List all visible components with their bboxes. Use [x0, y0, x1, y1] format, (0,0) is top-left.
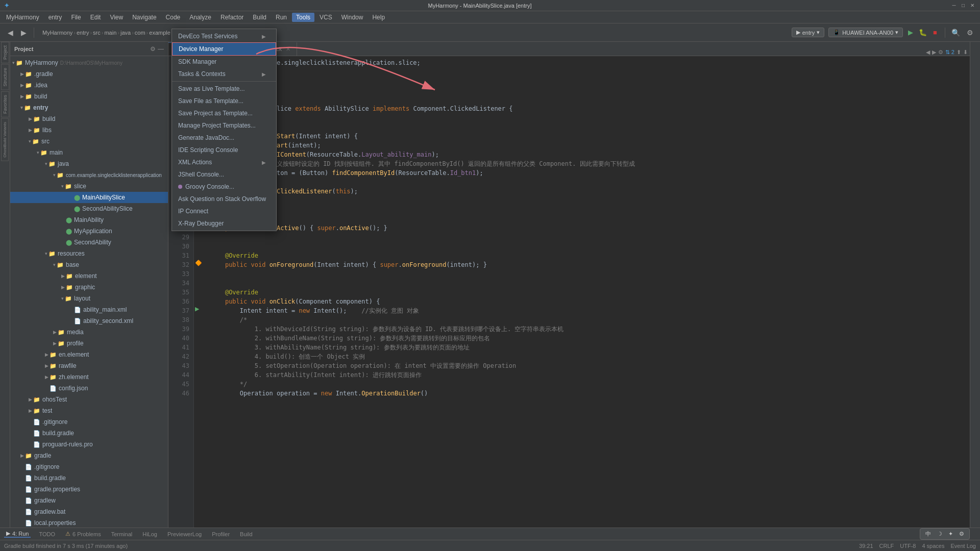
- bottom-tab-previewerlog[interactable]: PreviewerLog: [165, 531, 204, 537]
- tree-item[interactable]: ▶📁build: [10, 91, 168, 102]
- menu-file[interactable]: File: [67, 13, 85, 22]
- ime-moon-button[interactable]: ☽: [935, 530, 944, 538]
- menu-code[interactable]: Code: [162, 13, 185, 22]
- menu-navigate[interactable]: Navigate: [128, 13, 160, 22]
- stop-button[interactable]: ■: [929, 27, 941, 38]
- tree-item-main-ability-slice[interactable]: ▶⬤MainAbilitySlice: [10, 192, 168, 203]
- tree-item[interactable]: ▾📁layout: [10, 293, 168, 304]
- bottom-tab-terminal[interactable]: Terminal: [109, 531, 135, 537]
- hide-panel-button[interactable]: —: [158, 45, 164, 53]
- tree-item[interactable]: ▶📁test: [10, 405, 168, 416]
- search-everywhere-button[interactable]: 🔍: [949, 27, 962, 39]
- breadcrumb-item[interactable]: MyHarmony: [42, 30, 72, 36]
- device-config-dropdown[interactable]: 📱 HUAWEI ANA-AN00 ▾: [828, 28, 903, 37]
- settings-button[interactable]: ⚙: [964, 27, 976, 39]
- breadcrumb-item[interactable]: com: [135, 30, 145, 36]
- collapse-icon[interactable]: ⬇: [963, 49, 968, 56]
- code-editor[interactable]: 14 15 16 17 18 19 20 21 22 23 24 25 26 2…: [168, 56, 970, 528]
- ime-chinese-button[interactable]: 中: [923, 530, 933, 538]
- tree-item[interactable]: ▶📁media: [10, 327, 168, 338]
- menu-view[interactable]: View: [106, 13, 127, 22]
- tree-item[interactable]: ▶📁.gradle: [10, 68, 168, 80]
- bottom-tab-profiler[interactable]: Profiler: [210, 531, 232, 537]
- forward-button[interactable]: ▶: [17, 27, 30, 39]
- sidebar-item-project[interactable]: Project: [1, 42, 9, 63]
- tree-item[interactable]: ▾📁main: [10, 147, 168, 158]
- back-button[interactable]: ◀: [4, 27, 16, 39]
- event-log-button[interactable]: Event Log: [950, 543, 976, 549]
- breadcrumb-item[interactable]: entry: [77, 30, 89, 36]
- bottom-tab-todo[interactable]: TODO: [37, 531, 57, 537]
- breadcrumb-item[interactable]: singleclick...: [175, 30, 205, 36]
- tree-item[interactable]: ▶📄.gitignore: [10, 416, 168, 428]
- menu-analyze[interactable]: Analyze: [185, 13, 215, 22]
- bottom-tab-run[interactable]: ▶ 4: Run: [4, 530, 31, 538]
- menu-help[interactable]: Help: [368, 13, 389, 22]
- tree-item[interactable]: ▶📁rawfile: [10, 360, 168, 371]
- tree-item[interactable]: ▶📁element: [10, 270, 168, 282]
- tree-item-graphic[interactable]: ▶📁graphic: [10, 282, 168, 293]
- tree-item[interactable]: ▾📁src: [10, 136, 168, 147]
- tree-item[interactable]: ▶📄gradle.properties: [10, 484, 168, 495]
- encoding[interactable]: UTF-8: [900, 543, 916, 549]
- debug-button[interactable]: 🐛: [917, 27, 928, 38]
- cursor-position[interactable]: 39:21: [859, 543, 873, 549]
- tree-item[interactable]: ▾📁java: [10, 158, 168, 169]
- ime-settings-button[interactable]: ⚙: [957, 530, 966, 538]
- indent[interactable]: 4 spaces: [922, 543, 944, 549]
- tree-item[interactable]: ▶📁libs: [10, 124, 168, 136]
- breadcrumb-item[interactable]: src: [93, 30, 101, 36]
- sidebar-item-ohos[interactable]: OhosiBuild Variants: [1, 118, 9, 161]
- tree-item[interactable]: ▶📄build.gradle: [10, 472, 168, 484]
- minimize-button[interactable]: ─: [950, 2, 958, 9]
- bottom-tab-build[interactable]: Build: [238, 531, 254, 537]
- tree-item[interactable]: ▶📄proguard-rules.pro: [10, 439, 168, 450]
- close-button[interactable]: ✕: [969, 2, 976, 9]
- editor-tab-main[interactable]: ☕ MainAbilitySlice.java ✕: [168, 42, 249, 56]
- tree-item[interactable]: ▶📄.gitignore: [10, 461, 168, 472]
- tree-item[interactable]: ▾📁base: [10, 259, 168, 270]
- editor-tab-onclick[interactable]: ⚡ onClick ✕: [249, 42, 297, 56]
- sidebar-item-favorites[interactable]: Favorites: [1, 91, 9, 117]
- tree-item[interactable]: ▶📄ability_main.xml: [10, 304, 168, 315]
- run-button[interactable]: ▶: [905, 27, 916, 38]
- tree-item[interactable]: ▾📁com.example.singleclicklistenerapplica…: [10, 169, 168, 181]
- menu-build[interactable]: Build: [249, 13, 271, 22]
- menu-run[interactable]: Run: [272, 13, 291, 22]
- code-content[interactable]: package com.example.singleclicklistenera…: [204, 56, 970, 528]
- settings-editor-icon[interactable]: ⚙: [938, 49, 943, 56]
- bottom-tab-hilog[interactable]: HiLog: [140, 531, 159, 537]
- menu-entry[interactable]: entry: [44, 13, 66, 22]
- tree-item[interactable]: ▶📄gradlew: [10, 495, 168, 506]
- menu-myharmony[interactable]: MyHarmony: [2, 13, 43, 22]
- breadcrumb-item[interactable]: java: [120, 30, 131, 36]
- menu-refactor[interactable]: Refactor: [216, 13, 248, 22]
- menu-tools[interactable]: Tools: [292, 13, 314, 22]
- expand-icon[interactable]: ⬆: [957, 49, 961, 56]
- tree-item[interactable]: ▶📁en.element: [10, 349, 168, 360]
- tree-item[interactable]: ▶📄ability_second.xml: [10, 315, 168, 327]
- close-tab-button[interactable]: ✕: [286, 46, 290, 53]
- breadcrumb-item[interactable]: example: [149, 30, 170, 36]
- menu-window[interactable]: Window: [337, 13, 368, 22]
- tree-item[interactable]: ▶📁zh.element: [10, 371, 168, 383]
- tree-item[interactable]: ▶📄gradlew.bat: [10, 506, 168, 517]
- tree-item-entry[interactable]: ▾📁entry: [10, 102, 168, 113]
- tree-item[interactable]: ▶📁profile: [10, 338, 168, 349]
- tree-item[interactable]: ▶⬤SecondAbilitySlice: [10, 203, 168, 214]
- tree-item[interactable]: ▶⬤SecondAbility: [10, 237, 168, 248]
- tree-item[interactable]: ▾📁slice: [10, 181, 168, 192]
- scroll-tabs-left[interactable]: ◀: [926, 49, 930, 56]
- tree-item[interactable]: ▶📄config.json: [10, 383, 168, 394]
- tree-item[interactable]: ▶📁build: [10, 113, 168, 124]
- bottom-tab-problems[interactable]: ⚠ 6 Problems: [63, 531, 103, 537]
- sidebar-item-structure[interactable]: Structure: [1, 64, 9, 90]
- tree-item[interactable]: ▶⬤MyApplication: [10, 226, 168, 237]
- tree-item[interactable]: ▾📁resources: [10, 248, 168, 259]
- maximize-button[interactable]: □: [960, 2, 967, 9]
- line-ending[interactable]: CRLF: [879, 543, 894, 549]
- tree-item[interactable]: ▶📁.idea: [10, 80, 168, 91]
- tree-root[interactable]: ▾ 📁 MyHarmony D:\HarmontOS\MyHarmony: [10, 57, 168, 68]
- tree-item[interactable]: ▶⬤MainAbility: [10, 214, 168, 226]
- menu-edit[interactable]: Edit: [86, 13, 105, 22]
